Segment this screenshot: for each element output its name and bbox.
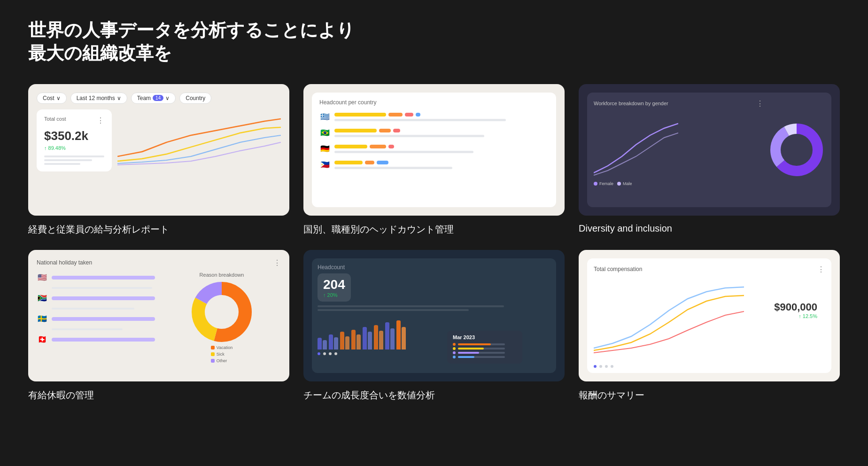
growth-inner: Headcount 204 ↑ 20% bbox=[312, 258, 556, 373]
dot-2 bbox=[329, 352, 332, 355]
card-headcount-label: 国別、職種別のヘッドカウント管理 bbox=[303, 223, 565, 236]
card-comp-label: 報酬のサマリー bbox=[579, 389, 840, 402]
svg-point-3 bbox=[783, 136, 811, 164]
diversity-chart-lines: Workforce breakdown by gender ⋮ Female M… bbox=[594, 99, 764, 201]
holiday-header: National holiday taken ⋮ bbox=[37, 258, 281, 267]
headcount-inner-card: Headcount per country 🇬🇷 bbox=[312, 93, 556, 207]
card-growth-label: チームの成長度合いを数値分析 bbox=[303, 389, 565, 402]
diversity-more[interactable]: ⋮ bbox=[756, 99, 764, 108]
tooltip-title: Mar 2023 bbox=[453, 334, 517, 340]
country-row-ph: 🇵🇭 bbox=[319, 159, 549, 171]
headcount-change: ↑ 20% bbox=[323, 292, 345, 298]
flag-ph: 🇵🇭 bbox=[319, 159, 331, 171]
holiday-us: 🇺🇸 bbox=[37, 272, 155, 283]
total-cost-metric: Total cost ⋮ $350.2k ↑ 89.48% bbox=[37, 109, 112, 171]
diversity-donut bbox=[768, 99, 825, 201]
card-cost-wrapper: Cost ∨ Last 12 months ∨ Team 14 ∨ Countr… bbox=[28, 84, 289, 236]
metric-title: Total cost ⋮ bbox=[44, 116, 104, 125]
card-holiday: National holiday taken ⋮ 🇺🇸 🇿🇦 bbox=[28, 250, 289, 381]
tooltip-row-4 bbox=[453, 356, 517, 358]
holiday-right: Reason breakdown Vacation Sick Other bbox=[163, 272, 281, 363]
reason-donut bbox=[191, 281, 252, 342]
tooltip-row-3 bbox=[453, 351, 517, 354]
tooltip-row-2 bbox=[453, 347, 517, 350]
comp-title: Total compensation bbox=[594, 266, 642, 272]
comp-dots bbox=[594, 365, 825, 370]
comp-dot-3 bbox=[611, 365, 613, 368]
flag-de: 🇩🇪 bbox=[319, 143, 331, 155]
filter-months[interactable]: Last 12 months ∨ bbox=[70, 93, 127, 104]
flag-gr: 🇬🇷 bbox=[319, 111, 331, 123]
comp-more[interactable]: ⋮ bbox=[817, 265, 825, 274]
flag-ch: 🇨🇭 bbox=[37, 334, 48, 345]
growth-tooltip: Mar 2023 bbox=[447, 331, 522, 364]
growth-title: Headcount bbox=[318, 264, 345, 271]
flag-za: 🇿🇦 bbox=[37, 293, 48, 304]
card-cost-inner: Total cost ⋮ $350.2k ↑ 89.48% bbox=[37, 109, 281, 171]
holiday-inner: 🇺🇸 🇿🇦 🇸🇪 🇨🇭 bbox=[37, 272, 281, 363]
holiday-za: 🇿🇦 bbox=[37, 293, 155, 304]
bar-group-ph bbox=[334, 161, 549, 169]
card-holiday-label: 有給休暇の管理 bbox=[28, 389, 289, 402]
comp-inner: Total compensation ⋮ $900,000 ↑ 12.5% bbox=[587, 258, 831, 373]
card-headcount-wrapper: Headcount per country 🇬🇷 bbox=[303, 84, 565, 236]
comp-dot-1 bbox=[599, 365, 602, 368]
svg-point-7 bbox=[206, 296, 238, 328]
headcount-value: 204 bbox=[323, 277, 345, 292]
card-cost: Cost ∨ Last 12 months ∨ Team 14 ∨ Countr… bbox=[28, 84, 289, 216]
comp-metric: $900,000 ↑ 12.5% bbox=[774, 301, 817, 319]
card-comp: Total compensation ⋮ $900,000 ↑ 12.5% bbox=[579, 250, 840, 381]
bar-group-gr bbox=[334, 113, 549, 121]
diversity-title: Workforce breakdown by gender bbox=[594, 101, 668, 106]
country-row-gr: 🇬🇷 bbox=[319, 111, 549, 123]
holiday-title: National holiday taken bbox=[37, 259, 92, 266]
comp-value: $900,000 bbox=[774, 301, 817, 313]
comp-change: ↑ 12.5% bbox=[774, 313, 817, 319]
flag-us: 🇺🇸 bbox=[37, 272, 48, 283]
dot-active bbox=[318, 352, 320, 355]
filter-team[interactable]: Team 14 ∨ bbox=[131, 93, 176, 104]
card-holiday-wrapper: National holiday taken ⋮ 🇺🇸 🇿🇦 bbox=[28, 250, 289, 402]
bar-group-br bbox=[334, 129, 549, 137]
holiday-more[interactable]: ⋮ bbox=[273, 258, 281, 267]
flag-se: 🇸🇪 bbox=[37, 313, 48, 325]
tooltip-row-1 bbox=[453, 343, 517, 346]
card-diversity: Workforce breakdown by gender ⋮ Female M… bbox=[579, 84, 840, 216]
country-row-br: 🇧🇷 bbox=[319, 127, 549, 139]
headcount-title: Headcount per country bbox=[319, 99, 549, 106]
holiday-left: 🇺🇸 🇿🇦 🇸🇪 🇨🇭 bbox=[37, 272, 155, 363]
metric-value: $350.2k bbox=[44, 129, 104, 143]
card-diversity-label: Diversity and inclusion bbox=[579, 223, 840, 234]
card-headcount: Headcount per country 🇬🇷 bbox=[303, 84, 565, 216]
country-row-de: 🇩🇪 bbox=[319, 143, 549, 155]
dot-1 bbox=[323, 352, 326, 355]
card-growth-wrapper: Headcount 204 ↑ 20% bbox=[303, 250, 565, 402]
holiday-ch: 🇨🇭 bbox=[37, 334, 155, 345]
comp-dot-active bbox=[594, 365, 597, 368]
page-title: 世界の人事データを分析することにより 最大の組織改革を bbox=[28, 19, 840, 65]
filter-country[interactable]: Country bbox=[179, 93, 211, 104]
diversity-line-chart bbox=[594, 112, 678, 178]
comp-line-chart bbox=[594, 278, 744, 357]
bar-group-de bbox=[334, 145, 549, 153]
card-growth: Headcount 204 ↑ 20% bbox=[303, 250, 565, 381]
filter-cost[interactable]: Cost ∨ bbox=[37, 93, 67, 104]
dot-3 bbox=[334, 352, 337, 355]
metric-change: ↑ 89.48% bbox=[44, 145, 104, 151]
comp-chart-area: $900,000 ↑ 12.5% bbox=[594, 278, 825, 362]
reason-title: Reason breakdown bbox=[200, 272, 244, 278]
holiday-se: 🇸🇪 bbox=[37, 313, 155, 325]
flag-br: 🇧🇷 bbox=[319, 127, 331, 139]
cost-chart bbox=[117, 109, 281, 166]
growth-bar-chart: Mar 2023 bbox=[318, 317, 550, 350]
diversity-inner: Workforce breakdown by gender ⋮ Female M… bbox=[587, 93, 831, 207]
card-cost-label: 経費と従業員の給与分析レポート bbox=[28, 223, 289, 236]
card-diversity-wrapper: Workforce breakdown by gender ⋮ Female M… bbox=[579, 84, 840, 236]
headcount-metric: 204 ↑ 20% bbox=[318, 273, 351, 302]
card-comp-wrapper: Total compensation ⋮ $900,000 ↑ 12.5% bbox=[579, 250, 840, 402]
card-grid: Cost ∨ Last 12 months ∨ Team 14 ∨ Countr… bbox=[28, 84, 840, 402]
comp-dot-2 bbox=[605, 365, 608, 368]
filter-bar: Cost ∨ Last 12 months ∨ Team 14 ∨ Countr… bbox=[37, 93, 281, 104]
more-options-icon[interactable]: ⋮ bbox=[97, 116, 104, 125]
